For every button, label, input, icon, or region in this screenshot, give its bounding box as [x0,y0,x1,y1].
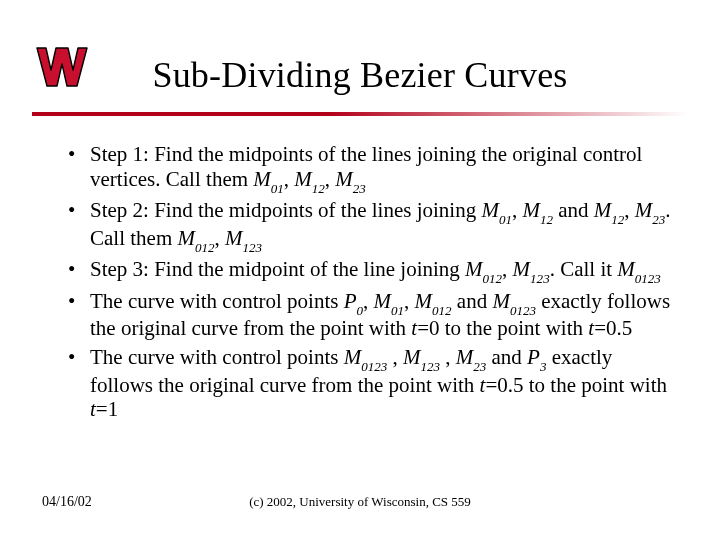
math-symbol: M [403,345,421,369]
math-subscript: 23 [473,359,486,374]
math-symbol: P [527,345,540,369]
math-symbol: M [253,167,271,191]
bullet-text: Step 3: Find the midpoint of the line jo… [90,257,465,281]
math-subscript: 0123 [635,271,661,286]
bullet-text: The curve with control points [90,345,344,369]
bullet-item: The curve with control points P0, M01, M… [64,289,672,341]
math-symbol: M [481,198,499,222]
bullet-text: =1 [96,397,118,421]
math-subscript: 12 [611,212,624,227]
math-subscript: 01 [499,212,512,227]
math-subscript: 12 [312,181,325,196]
math-symbol: M [456,345,474,369]
math-subscript: 123 [243,240,263,255]
bullet-item: Step 1: Find the midpoints of the lines … [64,142,672,194]
math-symbol: M [335,167,353,191]
math-subscript: 01 [391,303,404,318]
bullet-text: , [512,198,523,222]
math-symbol: M [344,345,362,369]
math-subscript: 01 [271,181,284,196]
bullet-text: The curve with control points [90,289,344,313]
body-content: Step 1: Find the midpoints of the lines … [64,142,672,426]
math-subscript: 0123 [510,303,536,318]
bullet-list: Step 1: Find the midpoints of the lines … [64,142,672,422]
bullet-item: The curve with control points M0123 , M1… [64,345,672,422]
bullet-text: , [404,289,415,313]
math-symbol: M [594,198,612,222]
bullet-item: Step 3: Find the midpoint of the line jo… [64,257,672,285]
math-symbol: M [617,257,635,281]
math-symbol: P [344,289,357,313]
bullet-text: , [387,345,403,369]
math-subscript: 3 [540,359,547,374]
math-symbol: M [178,226,196,250]
bullet-text: , [624,198,635,222]
math-symbol: M [294,167,312,191]
math-symbol: M [522,198,540,222]
bullet-text: =0.5 to the point with [485,373,667,397]
bullet-text: Step 1: Find the midpoints of the lines … [90,142,642,191]
bullet-text: =0.5 [594,316,632,340]
bullet-text: , [284,167,295,191]
math-symbol: M [374,289,392,313]
math-subscript: 12 [540,212,553,227]
bullet-text: =0 to the point with [417,316,588,340]
math-subscript: 23 [652,212,665,227]
math-subscript: 123 [530,271,550,286]
slide: Sub-Dividing Bezier Curves Step 1: Find … [0,0,720,540]
math-symbol: M [415,289,433,313]
bullet-text: , [502,257,513,281]
math-subscript: 123 [420,359,440,374]
math-subscript: 012 [432,303,452,318]
math-subscript: 012 [483,271,503,286]
math-symbol: M [225,226,243,250]
slide-title: Sub-Dividing Bezier Curves [0,54,720,96]
bullet-text: , [215,226,226,250]
bullet-text: and [553,198,594,222]
bullet-text: , [440,345,456,369]
math-symbol: M [635,198,653,222]
math-subscript: 0 [357,303,364,318]
bullet-text: Step 2: Find the midpoints of the lines … [90,198,481,222]
bullet-text: and [452,289,493,313]
math-subscript: 0123 [361,359,387,374]
footer-copyright: (c) 2002, University of Wisconsin, CS 55… [0,494,720,510]
bullet-text: , [325,167,336,191]
math-symbol: M [513,257,531,281]
title-underline [32,112,688,116]
bullet-item: Step 2: Find the midpoints of the lines … [64,198,672,253]
bullet-text: and [486,345,527,369]
bullet-text: , [363,289,374,313]
math-symbol: M [492,289,510,313]
math-subscript: 012 [195,240,215,255]
bullet-text: . Call it [550,257,618,281]
math-symbol: M [465,257,483,281]
math-subscript: 23 [353,181,366,196]
